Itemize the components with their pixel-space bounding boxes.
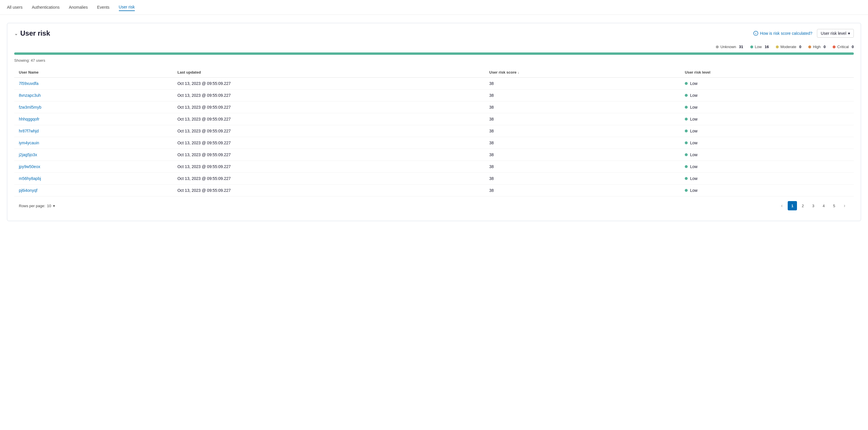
- page-title: User risk: [20, 29, 50, 37]
- last-updated-cell: Oct 13, 2023 @ 09:55:09.227: [173, 125, 485, 137]
- risk-level-text: Low: [690, 129, 698, 133]
- risk-score-link[interactable]: How is risk score calculated?: [753, 31, 813, 36]
- user-link[interactable]: iym4ycauin: [19, 140, 39, 145]
- rows-per-page-value: 10: [47, 204, 51, 208]
- nav-item-all-users[interactable]: All users: [7, 4, 23, 11]
- risk-dot: [685, 106, 688, 109]
- pagination-next[interactable]: ›: [840, 201, 849, 210]
- user-link[interactable]: fzw3ml5myb: [19, 105, 41, 109]
- risk-level-cell: Low: [680, 125, 854, 137]
- table-row: fzw3ml5mybOct 13, 2023 @ 09:55:09.22738 …: [14, 101, 854, 113]
- col-header-username: User Name: [14, 67, 173, 78]
- page-btn-1[interactable]: 1: [788, 201, 797, 210]
- progress-bar-container: [14, 53, 854, 55]
- last-updated-cell: Oct 13, 2023 @ 09:55:09.227: [173, 161, 485, 173]
- chevron-down-icon: ▾: [848, 31, 850, 36]
- user-link[interactable]: hhhqggqofr: [19, 117, 39, 122]
- legend-item-high: High 0: [808, 45, 826, 49]
- last-updated-cell: Oct 13, 2023 @ 09:55:09.227: [173, 113, 485, 125]
- nav-item-events[interactable]: Events: [97, 4, 110, 11]
- legend-label-unknown: Unknown: [720, 45, 736, 49]
- risk-score-link-label: How is risk score calculated?: [760, 31, 813, 36]
- col-header-risk_level: User risk level: [680, 67, 854, 78]
- user-link[interactable]: j2jag5jo3x: [19, 153, 37, 157]
- risk-level-text: Low: [690, 117, 698, 122]
- legend-count-low: 16: [765, 45, 769, 49]
- rows-per-page-label: Rows per page:: [19, 204, 45, 208]
- risk-score-cell: 38: [485, 113, 680, 125]
- user-link[interactable]: m56hy8apbj: [19, 176, 41, 181]
- risk-score-cell: 38: [485, 137, 680, 149]
- pagination: Rows per page: 10 ▾ ‹12345›: [14, 196, 854, 215]
- table-row: iym4ycauinOct 13, 2023 @ 09:55:09.22738 …: [14, 137, 854, 149]
- risk-level-text: Low: [690, 140, 698, 145]
- nav-item-user-risk[interactable]: User risk: [119, 3, 135, 11]
- legend-dot-critical: [833, 45, 836, 48]
- risk-score-cell: 38: [485, 185, 680, 196]
- user-link[interactable]: 8vnzapc3uh: [19, 93, 41, 98]
- risk-dot: [685, 82, 688, 85]
- table-row: m56hy8apbjOct 13, 2023 @ 09:55:09.22738 …: [14, 173, 854, 185]
- risk-score-cell: 38: [485, 161, 680, 173]
- user-risk-table: User NameLast updatedUser risk score↓Use…: [14, 67, 854, 196]
- legend-label-high: High: [813, 45, 821, 49]
- user-link[interactable]: pj6i4onyqf: [19, 188, 37, 193]
- table-row: hr87f7whjdOct 13, 2023 @ 09:55:09.22738 …: [14, 125, 854, 137]
- risk-dot: [685, 189, 688, 192]
- last-updated-cell: Oct 13, 2023 @ 09:55:09.227: [173, 90, 485, 101]
- table-row: j2jag5jo3xOct 13, 2023 @ 09:55:09.22738 …: [14, 149, 854, 161]
- col-header-last_updated: Last updated: [173, 67, 485, 78]
- nav-item-anomalies[interactable]: Anomalies: [69, 4, 88, 11]
- page-btn-4[interactable]: 4: [819, 201, 828, 210]
- info-icon: [753, 31, 758, 36]
- progress-bar: [14, 53, 854, 55]
- section-header: ⌄ User risk How is risk score calculated…: [14, 29, 854, 38]
- last-updated-cell: Oct 13, 2023 @ 09:55:09.227: [173, 101, 485, 113]
- risk-level-cell: Low: [680, 113, 854, 125]
- collapse-icon[interactable]: ⌄: [14, 31, 18, 36]
- risk-level-text: Low: [690, 164, 698, 169]
- risk-level-cell: Low: [680, 161, 854, 173]
- user-link[interactable]: 7l59xuvdfa: [19, 81, 38, 86]
- user-link[interactable]: jpy9w50eox: [19, 164, 40, 169]
- risk-score-cell: 38: [485, 78, 680, 90]
- legend-item-moderate: Moderate 0: [776, 45, 801, 49]
- rows-per-page[interactable]: Rows per page: 10 ▾: [19, 204, 55, 208]
- col-header-risk_score[interactable]: User risk score↓: [485, 67, 680, 78]
- table-row: 7l59xuvdfaOct 13, 2023 @ 09:55:09.22738 …: [14, 78, 854, 90]
- risk-level-dropdown-label: User risk level: [821, 31, 846, 36]
- last-updated-cell: Oct 13, 2023 @ 09:55:09.227: [173, 185, 485, 196]
- legend-dot-low: [750, 45, 753, 48]
- table-row: jpy9w50eoxOct 13, 2023 @ 09:55:09.22738 …: [14, 161, 854, 173]
- legend-item-critical: Critical 0: [833, 45, 854, 49]
- risk-dot: [685, 118, 688, 121]
- risk-level-cell: Low: [680, 137, 854, 149]
- table-row: hhhqggqofrOct 13, 2023 @ 09:55:09.22738 …: [14, 113, 854, 125]
- legend-dot-high: [808, 45, 811, 48]
- risk-level-text: Low: [690, 93, 698, 98]
- risk-level-text: Low: [690, 188, 698, 193]
- risk-dot: [685, 165, 688, 168]
- risk-level-text: Low: [690, 153, 698, 157]
- risk-level-dropdown[interactable]: User risk level ▾: [817, 29, 854, 38]
- legend-label-low: Low: [755, 45, 762, 49]
- nav-item-authentications[interactable]: Authentications: [32, 4, 60, 11]
- risk-dot: [685, 94, 688, 97]
- risk-level-cell: Low: [680, 101, 854, 113]
- risk-level-text: Low: [690, 105, 698, 109]
- risk-score-cell: 38: [485, 90, 680, 101]
- risk-score-cell: 38: [485, 101, 680, 113]
- last-updated-cell: Oct 13, 2023 @ 09:55:09.227: [173, 149, 485, 161]
- sort-icon-risk_score: ↓: [518, 71, 519, 74]
- pagination-prev[interactable]: ‹: [777, 201, 786, 210]
- risk-level-cell: Low: [680, 78, 854, 90]
- risk-level-text: Low: [690, 81, 698, 86]
- page-btn-2[interactable]: 2: [798, 201, 807, 210]
- page-btn-5[interactable]: 5: [830, 201, 839, 210]
- risk-level-cell: Low: [680, 173, 854, 185]
- risk-dot: [685, 177, 688, 180]
- legend-count-high: 0: [824, 45, 826, 49]
- risk-level-text: Low: [690, 176, 698, 181]
- page-btn-3[interactable]: 3: [809, 201, 818, 210]
- user-link[interactable]: hr87f7whjd: [19, 129, 39, 133]
